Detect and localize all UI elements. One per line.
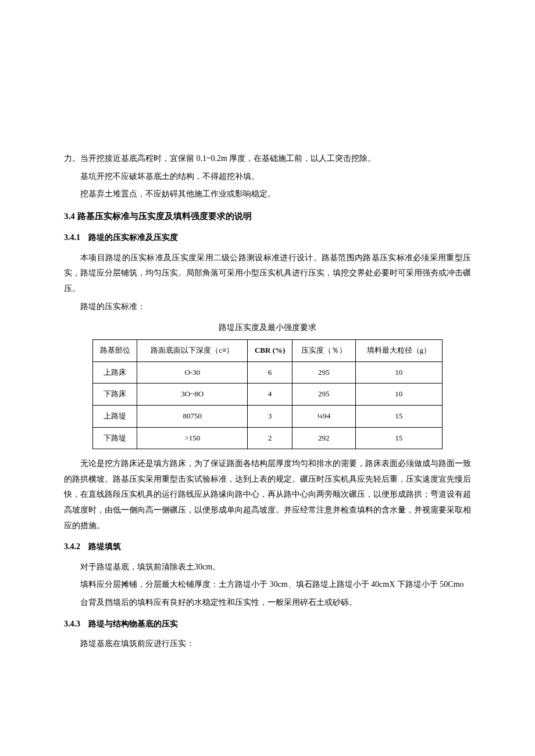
table-cell: 292 (292, 427, 355, 449)
table-header: 压实度（％） (292, 339, 355, 361)
table-row: 下路堤 >150 2 292 15 (93, 427, 443, 449)
table-cell: 6 (248, 361, 293, 384)
paragraph: 填料应分层摊铺，分层最大松铺厚度：土方路堤小于 30cm、填石路堤上路堤小于 4… (64, 577, 471, 593)
page-content: 力。当开挖接近基底高程时，宜保留 0.1~0.2m 厚度，在基础施工前，以人工突… (0, 0, 535, 689)
paragraph: 无论是挖方路床还是填方路床，为了保证路面各结构层厚度均匀和排水的需要，路床表面必… (64, 456, 471, 533)
paragraph: 本项目路堤的压实标准及压实度采用二级公路测设标准进行设计。路基范围内路基压实标准… (64, 250, 471, 297)
compaction-table: 路基部位 路面底面以下深度（c≡） CBR (%) 压实度（％） 填料最大粒径（… (92, 339, 443, 449)
paragraph: 对于路堤基底，填筑前清除表土30cm。 (64, 560, 471, 575)
table-cell: 295 (292, 384, 355, 406)
heading-3-4-3: 3.4.3 路堤与结构物基底的压实 (64, 617, 471, 632)
table-row: 上路堤 80750 3 ¼94 15 (93, 405, 443, 427)
table-cell: 15 (355, 427, 442, 449)
table-cell: 3O~8O (137, 384, 248, 406)
table-cell: 上路床 (93, 361, 137, 384)
table-header-row: 路基部位 路面底面以下深度（c≡） CBR (%) 压实度（％） 填料最大粒径（… (93, 339, 443, 361)
table-header: 路基部位 (93, 339, 137, 361)
table-row: 上路床 O-30 6 295 10 (93, 361, 443, 384)
table-cell: 10 (355, 384, 442, 406)
paragraph: 路堤基底在填筑前应进行压实： (64, 636, 471, 652)
table-cell: 80750 (137, 405, 248, 427)
table-cell: 3 (248, 405, 293, 427)
paragraph: 挖基弃土堆置点，不应妨碍其他施工作业或影响稳定。 (64, 187, 471, 202)
table-header: CBR (%) (248, 339, 293, 361)
table-cell: 4 (248, 384, 293, 406)
paragraph: 台背及挡墙后的填料应有良好的水稳定性和压实性，一般采用碎石土或砂砾。 (64, 595, 471, 611)
paragraph: 力。当开挖接近基底高程时，宜保留 0.1~0.2m 厚度，在基础施工前，以人工突… (64, 151, 471, 167)
heading-3-4-1: 3.4.1 路堤的压实标准及压实度 (64, 230, 471, 246)
table-cell: O-30 (137, 361, 248, 384)
paragraph: 路堤的压实标准： (64, 299, 471, 315)
table-row: 下路床 3O~8O 4 295 10 (93, 384, 443, 406)
heading-3-4-2: 3.4.2 路堤填筑 (64, 539, 471, 555)
table-cell: ¼94 (292, 405, 355, 427)
table-header: 填料最大粒径（g） (355, 339, 442, 361)
heading-3-4: 3.4 路基压实标准与压实度及填料强度要求的说明 (64, 208, 471, 225)
table-cell: 上路堤 (93, 405, 137, 427)
table-header: 路面底面以下深度（c≡） (137, 339, 248, 361)
paragraph: 基坑开挖不应破坏基底土的结构，不得超挖补填。 (64, 169, 471, 185)
table-cell: 2 (248, 427, 293, 449)
table-caption: 路堤压实度及最小强度要求 (64, 320, 471, 336)
table-cell: 295 (292, 361, 355, 384)
table-cell: >150 (137, 427, 248, 449)
table-cell: 下路床 (93, 384, 137, 406)
table-cell: 下路堤 (93, 427, 137, 449)
table-cell: 10 (355, 361, 442, 384)
table-cell: 15 (355, 405, 442, 427)
